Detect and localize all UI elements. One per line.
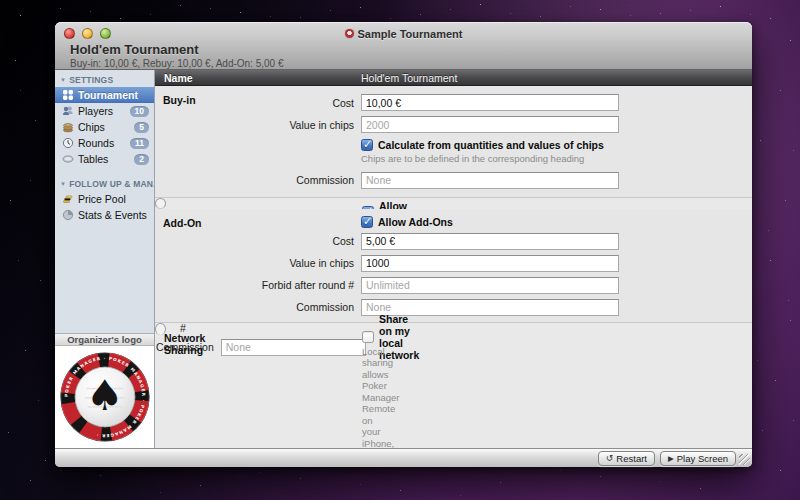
restart-button[interactable]: ↺ Restart [598,451,655,466]
tournament-icon [61,89,74,102]
sidebar-item-label: Rounds [78,137,114,149]
play-screen-button-label: Play Screen [677,453,728,464]
titlebar[interactable]: Sample Tournament [55,26,752,41]
sidebar: ▼ SETTINGS Tournament Players 10 [55,70,155,448]
disclosure-triangle-icon[interactable]: ▼ [60,181,66,187]
group-label: SETTINGS [69,75,113,85]
share-network-checkbox[interactable] [362,331,374,343]
cost-label: Cost [155,235,354,247]
tournament-header: Hold'em Tournament Buy-in: 10,00 €, Rebu… [70,42,283,69]
sidebar-item-stats-events[interactable]: Stats & Events [55,207,154,223]
window-footer: ↺ Restart ▶ Play Screen [55,448,752,467]
disclosure-triangle-icon[interactable]: ▼ [60,77,66,83]
settings-content: Name Hold'em Tournament Buy-in Cost Valu… [155,70,752,448]
allow-addons-row: ✓ Allow Add-Ons [361,216,752,229]
section-title: Buy-in [163,94,196,106]
starfield-dim [0,0,1,1]
checkbox-label: Calculate from quantities and values of … [378,139,604,151]
section-buyin: Buy-in Cost Value in chips ✓ Calculate f… [155,86,752,198]
chips-count-badge: 5 [134,122,149,133]
page-subtitle: Buy-in: 10,00 €, Rebuy: 10,00 €, Add-On:… [70,58,283,69]
page-title: Hold'em Tournament [70,42,283,57]
sidebar-item-tables[interactable]: Tables 2 [55,151,154,167]
players-count-badge: 10 [130,106,149,117]
price-pool-icon [61,193,74,206]
settings-scroll-area: Buy-in Cost Value in chips ✓ Calculate f… [155,86,752,448]
sidebar-group-settings[interactable]: ▼ SETTINGS [55,70,154,87]
allow-addons-checkbox[interactable]: ✓ [361,216,373,228]
sidebar-item-label: Tables [78,153,108,165]
value-in-chips-label: Value in chips [155,119,354,131]
sidebar-group-followup[interactable]: ▼ FOLLOW UP & MANAGE... [55,174,154,191]
sidebar-item-label: Price Pool [78,193,126,205]
check-icon: ✓ [363,215,372,228]
commission-label: Commission [155,174,354,186]
sidebar-item-label: Chips [78,121,105,133]
tournament-name-value: Hold'em Tournament [361,72,457,84]
calc-from-chips-checkbox[interactable]: ✓ [361,139,373,151]
buyin-note: Chips are to be defined in the correspon… [361,153,752,165]
buyin-chips-input[interactable] [361,116,619,133]
group-label: FOLLOW UP & MANAGE... [69,179,154,189]
organizer-logo-header: Organizer's logo [55,333,154,346]
section-network-sharing: Network Sharing Share on my local networ… [155,323,166,335]
sidebar-item-label: Players [78,105,113,117]
name-header-bar: Name Hold'em Tournament [155,70,752,86]
resize-grip[interactable] [739,454,750,465]
sidebar-item-players[interactable]: Players 10 [55,103,154,119]
buyin-cost-input[interactable] [361,94,619,111]
document-proxy-icon [345,29,354,38]
spade-glyph: ♠ [86,371,124,420]
section-addon: Add-On ✓ Allow Add-Ons Cost Value in chi… [155,209,752,323]
poker-chip-logo: POKER MANAGER · POKER MANAGER · POKER MA… [59,351,151,443]
rebuy-commission-input[interactable] [221,339,366,356]
value-in-chips-label: Value in chips [155,257,354,269]
check-icon: ✓ [363,138,372,151]
name-column-header: Name [164,72,193,84]
stats-pie-icon [61,209,74,222]
section-title: Network Sharing [164,332,205,356]
window-chrome: Sample Tournament Hold'em Tournament Buy… [55,22,752,70]
section-rebuy: Rebuy ✓ Allow Rebuys Cost Value in chips [155,198,166,209]
chips-icon [61,121,74,134]
organizer-logo-panel: POKER MANAGER · POKER MANAGER · POKER MA… [55,346,154,448]
buyin-commission-input[interactable] [361,172,619,189]
section-title: Add-On [163,217,202,229]
rounds-clock-icon [61,137,74,150]
addon-forbid-input[interactable] [361,277,619,294]
sidebar-item-tournament[interactable]: Tournament [55,87,154,103]
sidebar-item-price-pool[interactable]: Price Pool [55,191,154,207]
players-icon [61,105,74,118]
sidebar-item-rounds[interactable]: Rounds 11 [55,135,154,151]
tables-count-badge: 2 [134,154,149,165]
addon-chips-input[interactable] [361,255,619,272]
sidebar-item-label: Tournament [78,89,138,101]
tables-icon [61,153,74,166]
checkbox-label: Allow Add-Ons [378,216,453,228]
forbid-after-round-label: Forbid after round # [155,279,354,291]
play-icon: ▶ [668,454,674,463]
addon-cost-input[interactable] [361,233,619,250]
play-screen-button[interactable]: ▶ Play Screen [660,451,736,466]
sidebar-item-chips[interactable]: Chips 5 [55,119,154,135]
restart-icon: ↺ [606,454,614,463]
rounds-count-badge: 11 [130,138,149,149]
commission-label: Commission [155,301,354,313]
checkbox-label: Share on my local network [379,313,419,361]
sidebar-item-label: Stats & Events [78,209,147,221]
calc-from-chips-row: ✓ Calculate from quantities and values o… [361,138,752,151]
restart-button-label: Restart [616,453,647,464]
window-title: Sample Tournament [358,28,463,40]
app-window: Sample Tournament Hold'em Tournament Buy… [55,22,752,467]
